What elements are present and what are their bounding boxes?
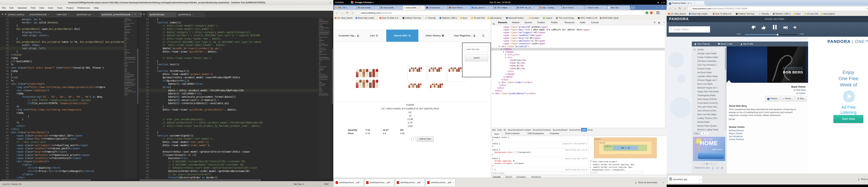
tree-node[interactable]: <span class="sellingUnit">PC</span> — [491, 31, 665, 34]
breadcrumb-item[interactable]: table — [581, 128, 587, 132]
nav-now-playing[interactable]: Now Playing — [694, 42, 710, 46]
browser-tab[interactable]: php - Codeig...× — [539, 5, 562, 10]
tab-close-icon[interactable]: × — [48, 13, 49, 16]
tree-node[interactable]: ▼ <tbody> — [491, 50, 665, 53]
similar-artist-link[interactable]: Joshua Redman — [729, 138, 744, 141]
computed-property[interactable]: ▸ -webkit-border-horizontal-spacing: 0px… — [590, 163, 635, 165]
new-tab-button[interactable] — [630, 6, 636, 9]
computed-property[interactable]: ▸ background-color: transparent; — [590, 169, 625, 171]
drag-handle[interactable]: :::::: — [764, 84, 767, 85]
breadcrumb-item[interactable]: div — [503, 128, 507, 132]
nav-item-order-history[interactable]: Order History — [422, 30, 448, 42]
bookmark-item[interactable]: Need help creatin — [689, 12, 708, 16]
tree-node[interactable]: <td>4.9</td> — [491, 65, 665, 67]
tab-close-icon[interactable]: × — [92, 13, 94, 16]
bookmark-item[interactable]: BARCODE JQUE — [600, 16, 619, 20]
tray-glyph[interactable]: ♪ — [661, 1, 662, 4]
add-to-cart-button[interactable]: Add to Cart — [416, 137, 434, 142]
tab-close-icon[interactable]: × — [373, 7, 374, 9]
bookmark-item[interactable]: Need help creatin — [355, 16, 374, 20]
station-item[interactable]: Mozart Radio — [692, 120, 726, 124]
nav-item-customer-sig-[interactable]: Customer Sig... — [336, 30, 362, 42]
devtools-tab-sources[interactable]: Sources — [524, 20, 532, 25]
tree-node[interactable]: </div> — [491, 86, 665, 89]
start-now-button[interactable]: Start Now — [833, 115, 863, 123]
home-button[interactable]: ⌂ — [683, 6, 687, 10]
gnome-clock[interactable]: Sat 10 Jan, 13:09:38 — [333, 0, 666, 5]
thumbs-up-button[interactable] — [761, 25, 766, 30]
bookmark-item[interactable]: linux — [794, 12, 801, 16]
station-item[interactable]: The Latin Game (Kev... — [692, 105, 726, 109]
bookmark-item[interactable]: web projects — [821, 12, 835, 16]
bookmark-item[interactable]: JS and CSS — [471, 16, 485, 20]
extension-icon[interactable] — [646, 11, 648, 14]
publish-button[interactable]: f Publish ▾ — [765, 96, 780, 102]
album-art[interactable]: REMEMBERING BOB BERG — [767, 46, 806, 83]
download-item[interactable]: wishlist(cshsus....pdf▾ — [426, 179, 455, 186]
station-item[interactable]: Mozart's Lullaby Radio — [692, 128, 726, 132]
tab-close-icon[interactable]: × — [396, 7, 397, 9]
boxmodel-content[interactable]: 400 × 44 — [613, 146, 638, 150]
style-rule[interactable]: bootstrap.min.css:5table {background-col… — [491, 148, 588, 157]
download-caret[interactable]: ▾ — [360, 179, 363, 186]
sidebar-tab-dom-breakpoints[interactable]: DOM Breakpoints — [526, 132, 546, 136]
tree-node[interactable]: ▼ <div class="priceGrid"> — [491, 45, 665, 48]
elements-tree[interactable]: <span class="productID">D18458</span> <s… — [491, 25, 665, 128]
file-tab[interactable]: quickOrder.css× — [75, 12, 102, 17]
download-caret[interactable]: ▾ — [391, 179, 394, 186]
station-item[interactable]: Family Tradition Radio — [692, 55, 726, 59]
station-item[interactable]: George Lopez Radio — [692, 51, 726, 55]
share-button[interactable]: Share ... — [781, 96, 795, 102]
minimap[interactable] — [124, 17, 137, 179]
menu-edit[interactable]: Edit — [8, 5, 16, 11]
pause-button[interactable] — [772, 24, 778, 30]
download-item[interactable]: wishlist(cshsus....pdf▾ — [365, 179, 394, 186]
station-item[interactable]: Best Love Mix (Migh... — [692, 113, 726, 116]
track-album-link[interactable]: Cycles — [799, 92, 806, 95]
bookmark-item[interactable]: Timesify — [759, 12, 769, 16]
bookmark-item[interactable]: How To Write A H — [379, 16, 398, 20]
station-item[interactable]: Mozart Piano Quarte... — [692, 124, 726, 128]
v-scroll-thumb[interactable] — [332, 48, 333, 104]
station-item[interactable]: Jack Johnson (Chill/... — [692, 109, 726, 113]
tree-node[interactable]: </div> — [491, 89, 665, 92]
tab-close-icon[interactable]: × — [443, 7, 444, 9]
download-caret[interactable]: ▾ — [699, 176, 703, 183]
tab-overflow-button[interactable]: ▼ — [134, 13, 136, 15]
station-item[interactable]: Slow Songs (Chill Mi... — [692, 97, 726, 101]
show-all-downloads[interactable]: Show all downloads... — [635, 178, 659, 187]
tree-node[interactable]: <th>Price</th> — [491, 59, 665, 62]
shuffle-item[interactable]: Shuffle — [692, 48, 726, 51]
style-property[interactable]: border-collapse: collapse; — [492, 162, 587, 165]
station-item[interactable]: Lowrider Oldies Radio — [692, 74, 726, 78]
dock-side-icon[interactable]: ▣ — [658, 20, 660, 25]
h-scrollbar-right[interactable] — [139, 179, 333, 181]
sort-tab-date[interactable]: Date — [693, 132, 701, 135]
download-item[interactable]: wishlist(cshsus....pdf▾ — [395, 179, 425, 186]
reload-button[interactable]: ↻ — [678, 6, 682, 10]
station-item[interactable]: Thanksgiving Radio — [692, 94, 726, 97]
h-scrollbar-left[interactable] — [0, 179, 138, 181]
tray-volume-icon[interactable] — [657, 1, 659, 4]
nav-my-profile[interactable]: My Profile — [740, 42, 753, 46]
skip-button[interactable] — [783, 25, 788, 30]
side-view-cell[interactable] — [408, 66, 426, 81]
window-controls[interactable]: – × — [656, 6, 665, 8]
breadcrumb-item[interactable]: html — [491, 128, 497, 132]
tab-close-icon[interactable]: × — [349, 7, 350, 9]
bookmark-item[interactable]: 10+ Mod_Rewrit — [668, 12, 686, 16]
menu-view[interactable]: View — [37, 5, 46, 11]
style-rule[interactable]: bootstrap.min.css:5table {border-spacing… — [491, 157, 588, 168]
tab-close-icon[interactable]: × — [192, 13, 193, 16]
station-item[interactable]: Christian Contempor... — [692, 59, 726, 63]
devtools-close-icon[interactable]: × — [663, 20, 665, 25]
devtools-tab-network[interactable]: Network — [512, 20, 520, 25]
devtools-tab-profiles[interactable]: Profiles — [551, 20, 558, 25]
browser-tab[interactable]: 205.178.1...× — [334, 5, 357, 10]
progress-bar[interactable] — [745, 34, 798, 35]
browser-tab-pandora[interactable]: PPandora Radio - Li × — [668, 1, 706, 6]
tab-close-icon[interactable]: × — [510, 7, 512, 9]
tree-node[interactable]: <span class="casePack">14</span> — [491, 34, 665, 37]
tab-close-icon[interactable]: × — [620, 7, 621, 9]
bookmark-item[interactable]: Sublime Text Key — [403, 16, 421, 20]
